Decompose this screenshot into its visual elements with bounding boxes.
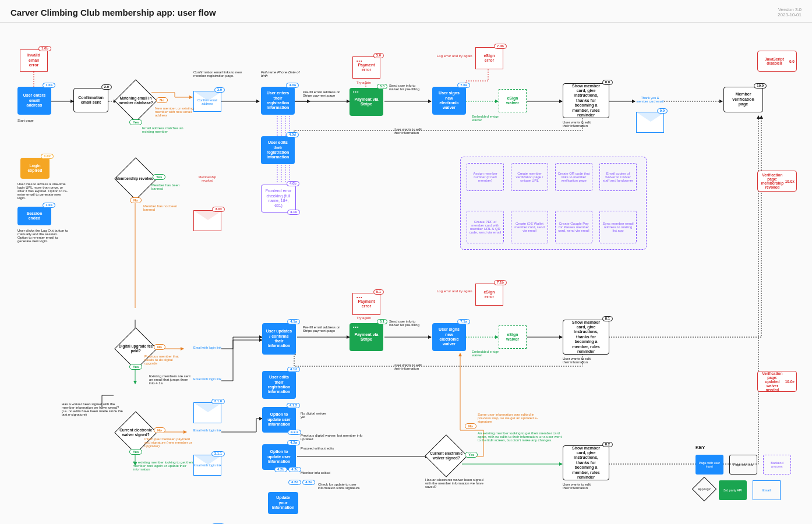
caption-edited: Member info edited bbox=[301, 471, 347, 475]
node-confirmation-sent: Confirmation email sent2.0 bbox=[73, 88, 108, 112]
node-option-update-2: Option to update user information4.2a bbox=[262, 444, 296, 470]
pill-no-4: No bbox=[154, 427, 165, 433]
caption-interrupt: Interrupted between payment and signatur… bbox=[144, 437, 195, 448]
backend-ios: Create iOS Wallet member card, send via … bbox=[511, 211, 548, 243]
caption-confirm: Confirmation email links to new member r… bbox=[193, 70, 246, 77]
node-js-disabled: JavaScript disabled0.0 bbox=[757, 51, 797, 72]
node-user-enters-email: User enters email address1.0a bbox=[17, 87, 51, 115]
backend-assign-number: Assign member number (if new member) bbox=[467, 163, 504, 191]
node-payment-stripe-2: •••Payment via Stripe6.1 bbox=[349, 323, 383, 351]
caption-prefill-2: Pre-fill email address on Stripe payment… bbox=[303, 325, 344, 332]
node-update-info: Update your information bbox=[268, 492, 298, 514]
pill-no-2: No bbox=[130, 197, 142, 203]
node-invalid-email: Invalid email error1.0b bbox=[20, 49, 48, 72]
caption-embedded: Embedded e-sign waiver bbox=[472, 115, 501, 122]
node-revoked-email: 3.0x bbox=[193, 210, 221, 231]
label-email-link-2: Email with login link bbox=[193, 377, 222, 381]
caption-embedded-2: Embedded e-sign waiver bbox=[472, 350, 501, 357]
caption-editinfo-3: User wants to edit their information bbox=[394, 363, 429, 370]
pill-yes-5: Yes bbox=[465, 452, 478, 458]
backend-qr: Create QR code that links to member veri… bbox=[555, 163, 592, 191]
caption-fullname: Full name Phone Date of birth bbox=[261, 70, 302, 77]
node-show-card-2: Show member card, give instructions, tha… bbox=[563, 320, 609, 355]
caption-has-signed: Has an electronic waiver been signed wit… bbox=[425, 478, 489, 488]
node-frontend-checking: Frontend error checking (full name, 18+,… bbox=[261, 185, 296, 213]
label-email-link-3: Email with login link bbox=[193, 429, 222, 432]
caption-editinfo-5: User wants to edit their information bbox=[563, 483, 598, 490]
decision-matching-email: Matching email in member database? bbox=[114, 79, 157, 122]
page-title: Carver Climbing Club membership app: use… bbox=[10, 8, 216, 17]
node-payment-error: •••Payment error5.0 bbox=[352, 56, 380, 79]
label-email-link-4: Email with login link bbox=[193, 463, 222, 467]
caption-editinfo-2: User wants to edit their information bbox=[563, 121, 598, 128]
decision-waiver-signed-2: Current electronic waiver signed? bbox=[425, 434, 468, 477]
caption-someedit: Some user information was edited in prev… bbox=[478, 413, 542, 423]
backend-pdf: Create PDF of member card with member UR… bbox=[467, 211, 504, 243]
pill-no-3: No bbox=[154, 344, 165, 350]
caption-tryagain-2: Try again bbox=[356, 316, 380, 320]
caption-nowaiver: No digital waiver yet bbox=[301, 412, 330, 419]
caption-matches: Email address matches an existing member bbox=[142, 126, 189, 133]
node-session-ended: Session ended1.0e bbox=[17, 207, 51, 225]
pill-yes-2: Yes bbox=[153, 174, 165, 180]
node-payment-stripe: •••Payment via Stripe6.0 bbox=[349, 88, 383, 116]
pill-yes-1: Yes bbox=[129, 119, 142, 125]
label-confirm-email: Confirm email address bbox=[193, 98, 222, 105]
pill-no-5: No bbox=[465, 423, 476, 429]
caption-logerror-2: Log error and try again bbox=[437, 289, 478, 293]
caption-session-ended: User clicks the Log Out button to manual… bbox=[17, 229, 69, 243]
node-user-signs-2: User signs new electronic waiver7.1a bbox=[432, 323, 466, 351]
legend-key: KEY Page with user input Page with info … bbox=[696, 445, 800, 506]
node-verif-waiver-needed: Verification page: updated waiver needed… bbox=[757, 371, 797, 392]
node-user-edits-reg: User edits their registration informatio… bbox=[261, 136, 295, 164]
backend-email-waiver: Email copies of waiver to Carver staff a… bbox=[599, 163, 637, 191]
node-payment-error-2: •••Payment error5.1 bbox=[352, 293, 380, 315]
caption-sendinfo: Send user info to waiver for pre-filling bbox=[389, 84, 421, 91]
key-email: Email bbox=[753, 480, 781, 500]
version-meta: Version 3.0 2023-10-01 bbox=[778, 7, 802, 17]
key-page-input: Page with user input bbox=[696, 455, 723, 475]
caption-editinfo: User wants to edit their information bbox=[394, 128, 429, 134]
label-revoked-email: Membership revoked bbox=[193, 175, 222, 182]
key-backend: Backend process bbox=[763, 455, 791, 475]
caption-login-expired: User tries to access a one-time login UR… bbox=[17, 182, 69, 200]
node-thankyou-email: 9.0 bbox=[636, 112, 664, 133]
caption-sendinfo-2: Send user info to waiver for pre-filling bbox=[389, 320, 421, 327]
caption-existing: Existing members are sent an email that … bbox=[149, 374, 193, 385]
node-verification-page: Member verification page10.0 bbox=[723, 87, 763, 112]
node-option-update-1: Option to update user information4.1.2 bbox=[262, 407, 296, 433]
node-user-updates: User updates / confirms their informatio… bbox=[262, 323, 296, 355]
key-page-info: Page with info bbox=[729, 455, 757, 475]
flow-canvas: Invalid email error1.0b User enters emai… bbox=[0, 23, 812, 523]
pill-yes-3: Yes bbox=[129, 364, 142, 370]
caption-prevwaiver: Previous digital waiver; but member info… bbox=[301, 434, 370, 441]
node-login-expired: Login expired1.0c bbox=[20, 158, 50, 179]
node-esign-waiver: eSign waiver bbox=[499, 89, 527, 112]
caption-editinfo-4: User wants to edit their information bbox=[563, 357, 598, 364]
backend-sync: Sync member email address to mailing lis… bbox=[599, 211, 637, 243]
caption-new-member: New member; or existing member with new … bbox=[155, 107, 199, 117]
pill-yes-4: Yes bbox=[129, 449, 142, 455]
backend-processes: Assign member number (if new member) Cre… bbox=[460, 157, 647, 250]
backend-google: Create Google Pay for Passes member card… bbox=[555, 211, 592, 243]
node-user-signs-waiver: User signs new electronic waiver7.0a bbox=[432, 87, 466, 115]
caption-proceed: Proceed without edits bbox=[301, 447, 347, 450]
node-verif-revoked: Verification page: membership revoked10.… bbox=[757, 171, 797, 192]
key-api: 3rd party API bbox=[719, 480, 747, 500]
node-show-member-card: Show member card, give instructions, tha… bbox=[563, 83, 609, 118]
node-user-registration: User enters their registration informati… bbox=[261, 87, 295, 115]
label-thankyou: Thank you & member card email bbox=[636, 96, 665, 103]
caption-has-waiver: Has a waiver been signed with the member… bbox=[62, 402, 126, 416]
node-esign-error: eSign error7.0b bbox=[475, 47, 503, 69]
caption-start: Start page bbox=[17, 119, 58, 122]
caption-notbanned: Member has not been banned bbox=[143, 204, 184, 211]
node-email-link-1: 3.1.0 bbox=[193, 402, 221, 423]
caption-tryagain: Try again bbox=[356, 81, 380, 84]
caption-banned: Member has been banned bbox=[151, 183, 192, 190]
backend-create-page: Create member verification page / unique… bbox=[511, 163, 548, 191]
caption-noexisting: An existing member looking to get their … bbox=[478, 431, 565, 442]
node-show-card-3: Show member card, give instructions, tha… bbox=[563, 445, 609, 480]
caption-existing2: An existing member looking to get their … bbox=[133, 461, 197, 471]
node-user-edits-2: User edits their registration informatio… bbox=[262, 371, 296, 399]
node-waiver-2: eSign waiver bbox=[499, 325, 527, 349]
